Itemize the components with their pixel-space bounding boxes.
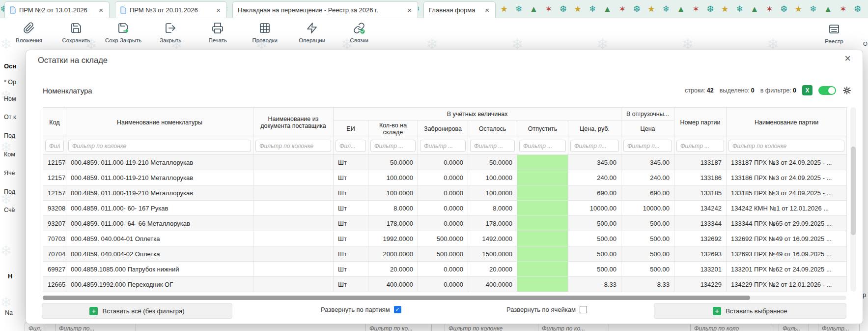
- table-cell[interactable]: 132692 ПРХ №49 от 16.09.2025 ...: [727, 231, 847, 246]
- modal-close-icon[interactable]: ×: [844, 53, 851, 64]
- table-cell[interactable]: 133187: [674, 155, 727, 170]
- insert-all-button[interactable]: + Вставить всё (без фильтра): [42, 303, 232, 319]
- header-reserved[interactable]: Забронирова: [418, 120, 468, 137]
- table-cell[interactable]: [253, 246, 334, 262]
- dispense-cell[interactable]: [517, 201, 568, 216]
- table-cell[interactable]: 000.4859.1992.000 Переходник ОГ: [66, 277, 253, 292]
- table-cell[interactable]: Шт: [334, 170, 368, 185]
- table-cell[interactable]: 178.0000: [368, 216, 418, 231]
- horizontal-scrollbar[interactable]: [43, 296, 846, 300]
- dispense-cell[interactable]: [517, 262, 568, 277]
- table-cell[interactable]: 50.0000: [468, 155, 517, 170]
- table-cell[interactable]: 1992.0000: [368, 231, 418, 246]
- column-filter-input[interactable]: [420, 140, 466, 152]
- registry-button[interactable]: Реестр: [813, 22, 855, 45]
- toggle-switch[interactable]: [818, 86, 836, 95]
- dispense-cell[interactable]: [517, 216, 568, 231]
- table-cell[interactable]: 0.0000: [418, 262, 468, 277]
- table-cell[interactable]: 000.4859. 011.000-119-210 Металлорукав: [66, 185, 253, 201]
- column-filter-input[interactable]: [519, 140, 566, 152]
- save-button[interactable]: Сохранить: [55, 21, 97, 44]
- table-cell[interactable]: 50.0000: [368, 155, 418, 170]
- table-cell[interactable]: 400.0000: [368, 277, 418, 292]
- insert-selected-button[interactable]: + Вставить выбранное: [654, 303, 846, 319]
- table-cell[interactable]: [253, 170, 334, 185]
- table-cell[interactable]: 133344: [674, 216, 727, 231]
- vertical-scrollbar-thumb[interactable]: [851, 147, 856, 235]
- column-filter-input[interactable]: [570, 140, 619, 152]
- horizontal-scrollbar-thumb[interactable]: [43, 296, 750, 300]
- header-remaining[interactable]: Осталось: [468, 120, 517, 137]
- postings-button[interactable]: Проводки: [244, 21, 286, 44]
- table-cell[interactable]: Шт: [334, 246, 368, 262]
- table-cell[interactable]: 132692: [674, 231, 727, 246]
- table-cell[interactable]: 000.4859. 040.004-01 Оплетка: [66, 231, 253, 246]
- table-cell[interactable]: 500.00: [621, 246, 674, 262]
- table-row[interactable]: 69927000.4859.1085.000 Патрубок нижнийШт…: [43, 262, 847, 277]
- table-cell[interactable]: [253, 201, 334, 216]
- header-nomenclature-name[interactable]: Наименование номенклатуры: [66, 108, 253, 137]
- column-filter-input[interactable]: [676, 140, 724, 152]
- table-cell[interactable]: 100.0000: [368, 185, 418, 201]
- column-filter-input[interactable]: [370, 140, 416, 152]
- dispense-cell[interactable]: [517, 277, 568, 292]
- table-cell[interactable]: 500.0000: [418, 231, 468, 246]
- table-cell[interactable]: 133185: [674, 185, 727, 201]
- table-cell[interactable]: Шт: [334, 262, 368, 277]
- table-cell[interactable]: 20.0000: [368, 262, 418, 277]
- table-cell[interactable]: 133201 ПРХ №62 от 24.09.2025 ...: [727, 262, 847, 277]
- table-cell[interactable]: 500.00: [568, 216, 621, 231]
- table-cell[interactable]: 1500.0000: [468, 246, 517, 262]
- table-cell[interactable]: 69927: [43, 262, 66, 277]
- table-cell[interactable]: 121576: [43, 185, 66, 201]
- table-cell[interactable]: 133185 ПРХ №3 от 24.09.2025 - ...: [727, 185, 847, 201]
- column-filter-input[interactable]: [728, 140, 844, 152]
- table-cell[interactable]: 133186: [674, 170, 727, 185]
- table-cell[interactable]: 132693: [674, 246, 727, 262]
- header-dispense[interactable]: Отпустить: [517, 120, 568, 137]
- table-cell[interactable]: 134229: [674, 277, 727, 292]
- table-cell[interactable]: 345.00: [568, 155, 621, 170]
- table-cell[interactable]: 2000.0000: [368, 246, 418, 262]
- table-cell[interactable]: 100.0000: [468, 170, 517, 185]
- column-filter-input[interactable]: [623, 140, 672, 152]
- table-cell[interactable]: 0.0000: [418, 277, 468, 292]
- header-price-shipping[interactable]: Цена: [621, 120, 674, 137]
- table-cell[interactable]: 8.33: [568, 277, 621, 292]
- table-cell[interactable]: 0.0000: [418, 201, 468, 216]
- column-filter-input[interactable]: [470, 140, 515, 152]
- dispense-cell[interactable]: [517, 185, 568, 201]
- table-cell[interactable]: [253, 185, 334, 201]
- table-cell[interactable]: Шт: [334, 201, 368, 216]
- table-cell[interactable]: Шт: [334, 277, 368, 292]
- table-row[interactable]: 93208000.4859. 011.000- 60- 167 РукавШт8…: [43, 201, 847, 216]
- close-button[interactable]: Закрыть: [149, 21, 192, 44]
- attachments-button[interactable]: Вложения: [8, 21, 50, 44]
- expand-cells-checkbox[interactable]: [580, 306, 587, 313]
- table-cell[interactable]: 70704: [43, 246, 66, 262]
- table-cell[interactable]: 10000.00: [621, 201, 674, 216]
- table-cell[interactable]: 500.00: [621, 262, 674, 277]
- table-cell[interactable]: 70703: [43, 231, 66, 246]
- table-cell[interactable]: 000.4859. 011.000-119-210 Металлорукав: [66, 170, 253, 185]
- table-cell[interactable]: 8.0000: [368, 201, 418, 216]
- table-cell[interactable]: 000.4859.1085.000 Патрубок нижний: [66, 262, 253, 277]
- table-cell[interactable]: 20.0000: [468, 262, 517, 277]
- column-filter-input[interactable]: [336, 140, 366, 152]
- save-and-close-button[interactable]: Сохр.Закрыть: [102, 21, 144, 44]
- table-cell[interactable]: 500.00: [568, 246, 621, 262]
- gear-icon[interactable]: [842, 86, 852, 95]
- header-batch-name[interactable]: Наименование партии: [727, 108, 847, 137]
- table-cell[interactable]: [253, 155, 334, 170]
- dispense-cell[interactable]: [517, 155, 568, 170]
- table-cell[interactable]: [253, 216, 334, 231]
- header-supplier-doc-name[interactable]: Наименование из документа поставщика: [253, 108, 334, 137]
- header-qty-in-stock[interactable]: Кол-во на складе: [368, 120, 418, 137]
- table-cell[interactable]: 8.33: [621, 277, 674, 292]
- table-cell[interactable]: 134242: [674, 201, 727, 216]
- table-cell[interactable]: 132693 ПРХ №49 от 16.09.2025 ...: [727, 246, 847, 262]
- table-cell[interactable]: 1492.0000: [468, 231, 517, 246]
- table-cell[interactable]: [253, 262, 334, 277]
- table-cell[interactable]: 400.0000: [468, 277, 517, 292]
- table-cell[interactable]: 000.4859. 011.000-119-210 Металлорукав: [66, 155, 253, 170]
